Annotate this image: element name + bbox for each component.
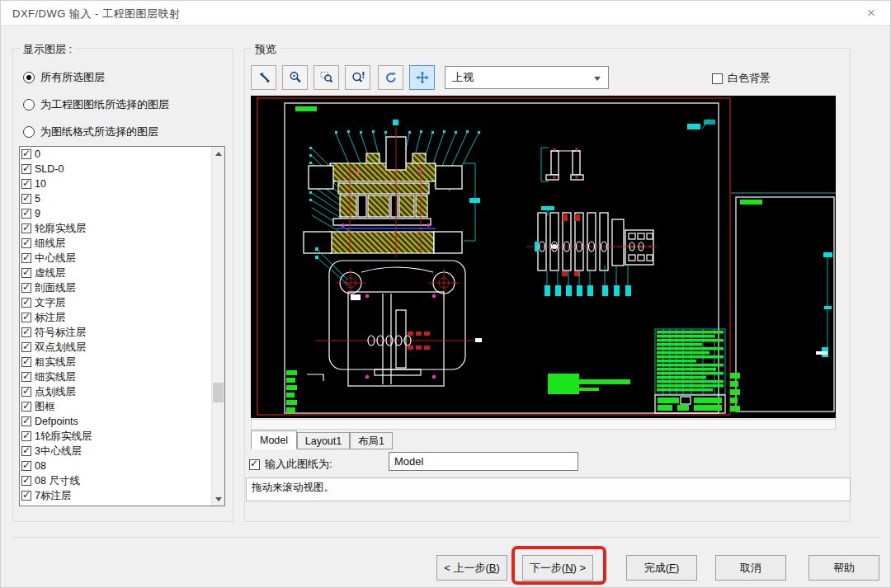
layer-list-scrollbar[interactable] xyxy=(211,147,224,506)
layer-list[interactable]: 0 SLD-0 10 5 9 xyxy=(19,146,225,506)
layer-list-item[interactable]: 图框 xyxy=(20,399,212,414)
sheet-name-input[interactable] xyxy=(389,452,578,471)
layer-list-item[interactable]: 7标注层 xyxy=(20,488,212,503)
zoom-icon xyxy=(288,70,303,85)
scroll-down-icon[interactable] xyxy=(212,492,225,506)
radio-icon[interactable] xyxy=(23,126,35,138)
layer-checkbox[interactable] xyxy=(21,209,31,219)
layer-list-item[interactable]: 9 xyxy=(20,206,212,221)
dxf-dwg-import-dialog: DXF/DWG 输入 - 工程图图层映射 × 显示图层 : 所有所选图层 为工程… xyxy=(0,0,891,588)
sheet-tab[interactable]: Layout1 xyxy=(297,432,350,449)
view-select[interactable]: 上视 xyxy=(445,66,609,89)
layer-checkbox[interactable] xyxy=(21,179,31,189)
help-button[interactable]: 帮助 xyxy=(808,555,879,581)
cad-drawing xyxy=(251,96,836,418)
layer-checkbox[interactable] xyxy=(21,238,31,248)
layer-checkbox[interactable] xyxy=(21,372,31,382)
layer-checkbox[interactable] xyxy=(21,387,31,397)
view-select-value: 上视 xyxy=(452,70,474,85)
back-button[interactable]: < 上一步(B) xyxy=(436,555,507,581)
cancel-button[interactable]: 取消 xyxy=(715,555,786,581)
layer-list-item[interactable]: 5 xyxy=(20,191,212,206)
layer-filter-radio[interactable]: 为工程图图纸所选择的图层 xyxy=(23,96,233,113)
layer-list-item[interactable]: SLD-0 xyxy=(20,162,212,176)
layer-checkbox[interactable] xyxy=(21,476,31,486)
layer-filter-radio[interactable]: 所有所选图层 xyxy=(23,69,233,86)
layer-list-item[interactable]: 1轮廓实线层 xyxy=(20,429,212,444)
layer-checkbox[interactable] xyxy=(21,342,31,352)
layer-checkbox[interactable] xyxy=(21,461,31,471)
layer-list-item[interactable]: 文字层 xyxy=(20,295,212,310)
layer-checkbox[interactable] xyxy=(21,402,31,412)
layer-list-item[interactable]: 双点划线层 xyxy=(20,340,212,355)
pan-icon xyxy=(415,70,430,85)
layer-list-item[interactable]: 中心线层 xyxy=(20,251,212,266)
footer-divider xyxy=(12,537,880,538)
next-button[interactable]: 下一步(N) > xyxy=(522,555,593,581)
close-icon[interactable]: × xyxy=(862,5,880,21)
zoom-fit-button[interactable]: ! xyxy=(345,65,370,90)
zoom-button[interactable] xyxy=(282,65,308,90)
layer-list-item[interactable]: 符号标注层 xyxy=(20,325,212,340)
rotate-view-button[interactable] xyxy=(378,65,403,90)
layer-list-item[interactable]: 细实线层 xyxy=(20,369,212,384)
layer-checkbox[interactable] xyxy=(21,268,31,278)
radio-icon[interactable] xyxy=(23,99,35,111)
layer-list-item[interactable]: 虚线层 xyxy=(20,266,212,280)
chevron-down-icon xyxy=(594,77,601,81)
layer-list-item[interactable]: 标注层 xyxy=(20,310,212,325)
scroll-up-icon[interactable] xyxy=(212,147,225,160)
layer-checkbox[interactable] xyxy=(21,357,31,367)
white-background-checkbox[interactable]: 白色背景 xyxy=(712,71,771,86)
layer-checkbox[interactable] xyxy=(21,194,31,204)
layer-checkbox[interactable] xyxy=(21,164,31,174)
zoom-fit-icon: ! xyxy=(351,70,365,85)
layer-checkbox[interactable] xyxy=(21,223,31,233)
layer-filter-radio[interactable]: 为图纸格式所选择的图层 xyxy=(23,124,233,140)
layer-checkbox[interactable] xyxy=(21,446,31,456)
zoom-area-icon xyxy=(319,70,334,85)
import-sheet-label: 输入此图纸为: xyxy=(265,457,332,472)
rotate-view-icon xyxy=(384,70,398,85)
layer-list-item[interactable]: 轮廓实线层 xyxy=(20,221,212,236)
layer-checkbox[interactable] xyxy=(21,149,31,159)
layer-list-item[interactable]: 粗实线层 xyxy=(20,355,212,369)
layer-checkbox[interactable] xyxy=(21,416,31,426)
status-bar: 拖动来滚动视图。 xyxy=(246,477,851,501)
finish-button[interactable]: 完成(F) xyxy=(626,555,697,581)
layer-checkbox[interactable] xyxy=(21,283,31,293)
layer-checkbox[interactable] xyxy=(21,327,31,337)
layer-list-item[interactable]: 细线层 xyxy=(20,236,212,251)
radio-icon[interactable] xyxy=(23,72,35,83)
layer-list-item[interactable]: 0 xyxy=(20,147,212,162)
layer-checkbox[interactable] xyxy=(21,431,31,441)
title-bar: DXF/DWG 输入 - 工程图图层映射 × xyxy=(1,1,890,26)
layer-list-item[interactable]: Defpoints xyxy=(20,414,212,429)
display-layers-label: 显示图层 : xyxy=(20,42,75,57)
preview-hscrollbar[interactable] xyxy=(251,419,836,430)
layer-checkbox[interactable] xyxy=(21,313,31,322)
svg-text:!: ! xyxy=(361,71,365,80)
layer-list-item[interactable]: 10 xyxy=(20,176,212,191)
zoom-area-button[interactable] xyxy=(314,65,339,90)
layer-rows: 0 SLD-0 10 5 9 xyxy=(20,147,212,503)
sheet-tab[interactable]: 布局1 xyxy=(350,432,393,449)
layer-checkbox[interactable] xyxy=(21,253,31,263)
select-button[interactable] xyxy=(251,65,276,90)
select-icon xyxy=(257,70,271,85)
layer-checkbox[interactable] xyxy=(21,491,31,501)
layer-checkbox[interactable] xyxy=(21,298,31,308)
checkbox-icon[interactable] xyxy=(712,73,723,84)
preview-label: 预览 xyxy=(252,42,280,57)
radio-group: 所有所选图层 为工程图图纸所选择的图层 为图纸格式所选择的图层 xyxy=(13,59,233,151)
layer-list-item[interactable]: 剖面线层 xyxy=(20,280,212,295)
layer-list-item[interactable]: 08 尺寸线 xyxy=(20,473,212,488)
layer-list-item[interactable]: 08 xyxy=(20,459,212,473)
layer-list-item[interactable]: 点划线层 xyxy=(20,384,212,399)
sheet-tab[interactable]: Model xyxy=(251,430,297,449)
scrollbar-thumb[interactable] xyxy=(213,383,224,402)
layer-list-item[interactable]: 3中心线层 xyxy=(20,444,212,459)
pan-button[interactable] xyxy=(409,65,435,90)
cad-preview-viewport[interactable] xyxy=(251,96,836,418)
import-sheet-checkbox[interactable] xyxy=(249,459,260,470)
